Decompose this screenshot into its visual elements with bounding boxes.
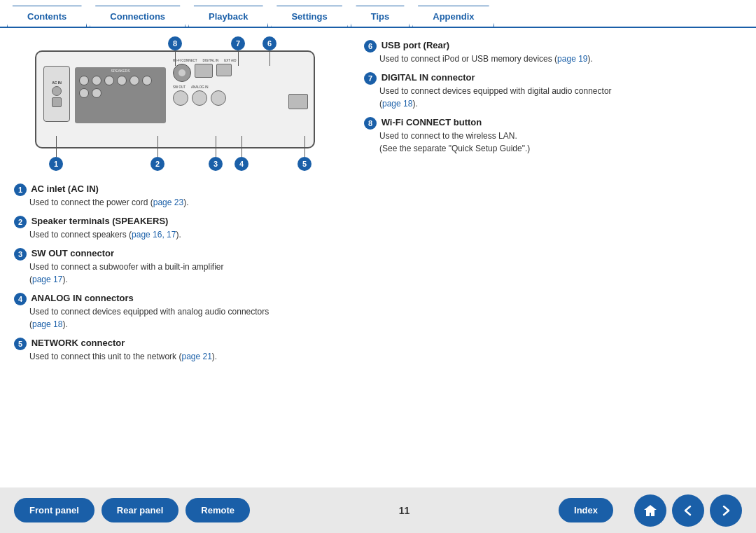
usb-rear-port	[216, 64, 232, 76]
link-5[interactable]: page 21	[181, 352, 211, 361]
num-circle-2: 2	[14, 216, 27, 228]
title-text-7: DIGITAL IN connector	[382, 72, 475, 83]
title-text-4: ANALOG IN connectors	[31, 293, 134, 303]
speaker-terminals: SPEAKERS	[75, 67, 166, 123]
desc-4: 4 ANALOG IN connectors Used to connect d…	[14, 293, 350, 331]
num-circle-1: 1	[14, 184, 27, 196]
sw-out-label-dev: SW OUT	[173, 85, 186, 89]
callout-7: 7	[231, 36, 245, 66]
forward-button[interactable]	[710, 494, 742, 527]
callout-4: 4	[234, 136, 248, 171]
link-1[interactable]: page 23	[153, 198, 183, 207]
link-7[interactable]: page 18	[382, 99, 412, 109]
wifi-btn	[173, 64, 191, 82]
tab-playback[interactable]: Playback	[188, 6, 268, 27]
desc-5: 5 NETWORK connector Used to connect this…	[14, 338, 350, 363]
desc-3: 3 SW OUT connector Used to connect a sub…	[14, 248, 350, 286]
callout-circle-8: 8	[168, 36, 182, 50]
num-circle-7: 7	[364, 72, 377, 85]
ac-socket-2	[52, 97, 62, 107]
desc-body-5: Used to connect this unit to the network…	[14, 350, 350, 363]
desc-6: 6 USB port (Rear) Used to connect iPod o…	[364, 40, 742, 65]
desc-title-1: 1 AC inlet (AC IN)	[14, 184, 350, 196]
tab-tips[interactable]: Tips	[351, 6, 410, 27]
num-circle-8: 8	[364, 117, 377, 130]
desc-7: 7 DIGITAL IN connector Used to connect d…	[364, 72, 742, 110]
index-button[interactable]: Index	[559, 498, 613, 522]
home-button[interactable]	[634, 494, 666, 527]
callout-3: 3	[209, 136, 223, 171]
rear-panel-button[interactable]: Rear panel	[102, 498, 178, 522]
network-port-dev	[288, 94, 308, 109]
desc-body-4: Used to connect devices equipped with an…	[14, 305, 350, 331]
callout-6: 6	[262, 36, 276, 66]
desc-body-3: Used to connect a subwoofer with a built…	[14, 261, 350, 286]
title-text-6: USB port (Rear)	[382, 40, 450, 50]
ac-socket-1	[52, 86, 62, 96]
callout-circle-7: 7	[231, 36, 245, 50]
speaker-label: SPEAKERS	[75, 67, 166, 73]
tab-appendix[interactable]: Appendix	[412, 6, 494, 27]
right-panel: 6 USB port (Rear) Used to connect iPod o…	[364, 36, 742, 441]
desc-title-7: 7 DIGITAL IN connector	[364, 72, 742, 85]
desc-8: 8 Wi-Fi CONNECT button Used to connect t…	[364, 117, 742, 155]
remote-button[interactable]: Remote	[186, 498, 250, 522]
footer-nav: Front panel Rear panel Remote 11 Index	[0, 487, 756, 533]
desc-body-7: Used to connect devices equipped with di…	[364, 85, 742, 110]
left-descriptions: 1 AC inlet (AC IN) Used to connect the p…	[14, 184, 350, 363]
desc-body-2: Used to connect speakers (page 16, 17).	[14, 228, 350, 241]
desc-2: 2 Speaker terminals (SPEAKERS) Used to c…	[14, 216, 350, 241]
link-2[interactable]: page 16, 17	[132, 230, 176, 240]
sw-out-port	[173, 90, 188, 106]
ac-label: AC IN	[52, 81, 62, 85]
desc-body-1: Used to connect the power cord (page 23)…	[14, 196, 350, 209]
callout-circle-1: 1	[49, 157, 63, 171]
optical-port	[195, 64, 213, 78]
desc-title-3: 3 SW OUT connector	[14, 248, 350, 261]
tab-connections[interactable]: Connections	[90, 6, 186, 27]
forward-icon	[718, 503, 734, 518]
sp-dot	[130, 76, 139, 85]
title-text-1: AC inlet (AC IN)	[31, 184, 99, 194]
title-text-3: SW OUT connector	[31, 248, 114, 258]
title-text-5: NETWORK connector	[31, 338, 125, 348]
title-text-8: Wi-Fi CONNECT button	[382, 117, 482, 127]
callout-8: 8	[168, 36, 182, 66]
sp-dot	[92, 76, 102, 85]
sp-dot	[142, 76, 152, 85]
sp-dot	[117, 76, 127, 85]
page-number: 11	[399, 505, 410, 516]
home-icon	[643, 503, 658, 518]
link-4[interactable]: page 18	[32, 319, 62, 329]
num-circle-5: 5	[14, 338, 27, 350]
desc-title-6: 6 USB port (Rear)	[364, 40, 742, 53]
callout-circle-6: 6	[262, 36, 276, 50]
link-3[interactable]: page 17	[32, 275, 62, 284]
desc-title-8: 8 Wi-Fi CONNECT button	[364, 117, 742, 130]
num-circle-6: 6	[364, 40, 377, 53]
analog-in-label-dev: ANALOG IN	[191, 85, 209, 89]
nav-tabs: Contents Connections Playback Settings T…	[0, 6, 756, 28]
desc-title-5: 5 NETWORK connector	[14, 338, 350, 350]
link-6[interactable]: page 19	[557, 54, 587, 64]
tab-contents[interactable]: Contents	[7, 6, 87, 27]
tab-settings[interactable]: Settings	[271, 6, 347, 27]
sp-dot	[104, 76, 114, 85]
speaker-dots	[75, 73, 166, 101]
left-panel: AC IN SPEAKERS	[14, 36, 350, 441]
title-text-2: Speaker terminals (SPEAKERS)	[31, 216, 169, 226]
callout-5: 5	[298, 136, 312, 171]
callout-circle-2: 2	[150, 157, 164, 171]
num-circle-3: 3	[14, 248, 27, 261]
footer-icon-buttons	[634, 494, 742, 527]
ac-in-section: AC IN	[43, 66, 70, 122]
back-button[interactable]	[672, 494, 704, 527]
desc-body-6: Used to connect iPod or USB memory devic…	[364, 53, 742, 65]
front-panel-button[interactable]: Front panel	[14, 498, 94, 522]
back-icon	[680, 503, 696, 518]
sp-dot	[79, 76, 89, 85]
digital-label: DIGITAL IN	[203, 59, 219, 62]
desc-title-4: 4 ANALOG IN connectors	[14, 293, 350, 305]
callout-circle-5: 5	[298, 157, 312, 171]
analog-in-port-r	[211, 90, 226, 106]
